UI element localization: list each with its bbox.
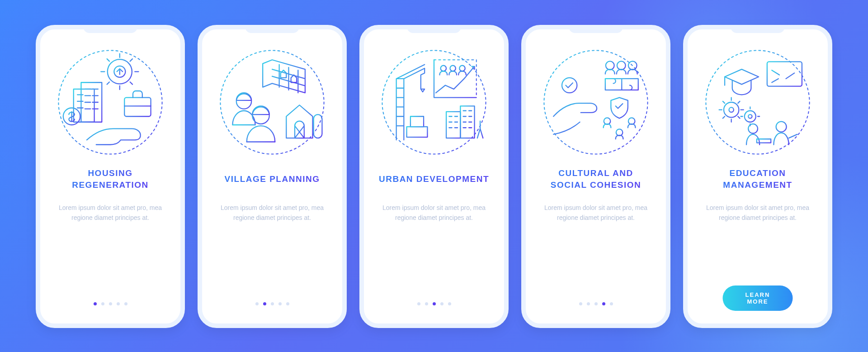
page-dot[interactable] <box>602 302 605 305</box>
svg-point-21 <box>617 61 626 70</box>
urban-development-icon <box>377 46 491 159</box>
svg-point-32 <box>748 114 752 118</box>
screen-body: Lorem ipsum dolor sit amet pro, mea regi… <box>536 203 656 223</box>
village-planning-icon <box>216 46 329 159</box>
page-dots <box>202 302 342 305</box>
onboarding-screen: HOUSING REGENERATION Lorem ipsum dolor s… <box>36 25 185 328</box>
svg-point-30 <box>729 107 733 112</box>
svg-rect-13 <box>407 127 428 137</box>
onboarding-screen: EDUCATION MANAGEMENT Lorem ipsum dolor s… <box>683 25 832 328</box>
page-dot[interactable] <box>255 302 259 305</box>
svg-point-34 <box>776 122 787 132</box>
svg-rect-4 <box>81 82 102 122</box>
page-dot[interactable] <box>440 302 443 305</box>
screen-body: Lorem ipsum dolor sit amet pro, mea regi… <box>212 203 332 223</box>
page-dots <box>40 302 180 305</box>
svg-point-20 <box>606 61 614 70</box>
cultural-social-cohesion-icon <box>539 46 652 159</box>
page-dot[interactable] <box>117 302 120 305</box>
svg-rect-17 <box>446 112 460 138</box>
svg-point-23 <box>604 118 611 124</box>
page-dot[interactable] <box>433 302 436 305</box>
onboarding-screen: VILLAGE PLANNING Lorem ipsum dolor sit a… <box>198 25 347 328</box>
page-dot[interactable] <box>425 302 428 305</box>
phone-notch <box>731 25 785 33</box>
svg-point-14 <box>441 66 447 71</box>
onboarding-screen: CULTURAL AND SOCIAL COHESION Lorem ipsum… <box>521 25 670 328</box>
svg-point-24 <box>628 118 635 124</box>
svg-point-15 <box>450 66 456 71</box>
svg-rect-12 <box>410 116 424 127</box>
page-dot[interactable] <box>278 302 282 305</box>
svg-point-10 <box>252 107 269 124</box>
svg-point-25 <box>616 129 623 136</box>
page-dot[interactable] <box>271 302 274 305</box>
svg-point-33 <box>748 124 758 133</box>
page-dot[interactable] <box>587 302 590 305</box>
svg-rect-6 <box>124 98 151 117</box>
screen-title: CULTURAL AND SOCIAL COHESION <box>551 167 642 191</box>
onboarding-row: HOUSING REGENERATION Lorem ipsum dolor s… <box>0 25 868 328</box>
page-dot[interactable] <box>579 302 582 305</box>
education-management-icon <box>701 46 814 159</box>
svg-point-26 <box>562 78 577 93</box>
page-dot[interactable] <box>263 302 266 305</box>
svg-point-16 <box>459 66 465 71</box>
page-dot[interactable] <box>109 302 112 305</box>
svg-rect-3 <box>74 89 94 122</box>
phone-notch <box>83 25 137 33</box>
screen-body: Lorem ipsum dolor sit amet pro, mea regi… <box>698 203 818 223</box>
page-dot[interactable] <box>286 302 289 305</box>
page-dot[interactable] <box>448 302 451 305</box>
phone-notch <box>407 25 461 33</box>
svg-point-19 <box>544 50 647 154</box>
phone-notch <box>569 25 623 33</box>
page-dots <box>364 302 504 305</box>
screen-body: Lorem ipsum dolor sit amet pro, mea regi… <box>374 203 494 223</box>
page-dots <box>526 302 666 305</box>
screen-title: HOUSING REGENERATION <box>72 167 149 191</box>
svg-point-29 <box>724 102 739 117</box>
page-dot[interactable] <box>417 302 420 305</box>
page-dot[interactable] <box>124 302 127 305</box>
screen-title: URBAN DEVELOPMENT <box>379 167 489 191</box>
screen-title: EDUCATION MANAGEMENT <box>723 167 792 191</box>
page-dot[interactable] <box>94 302 97 305</box>
screen-title: VILLAGE PLANNING <box>225 167 320 191</box>
screen-body: Lorem ipsum dolor sit amet pro, mea regi… <box>50 203 170 223</box>
page-dot[interactable] <box>101 302 104 305</box>
phone-notch <box>245 25 299 33</box>
svg-rect-18 <box>460 106 474 138</box>
svg-point-9 <box>236 94 251 109</box>
page-dot[interactable] <box>610 302 613 305</box>
onboarding-screen: URBAN DEVELOPMENT Lorem ipsum dolor sit … <box>359 25 509 328</box>
svg-point-31 <box>745 111 756 122</box>
housing-regeneration-icon <box>54 46 167 159</box>
learn-more-button[interactable]: LEARN MORE <box>723 285 793 311</box>
page-dot[interactable] <box>594 302 598 305</box>
